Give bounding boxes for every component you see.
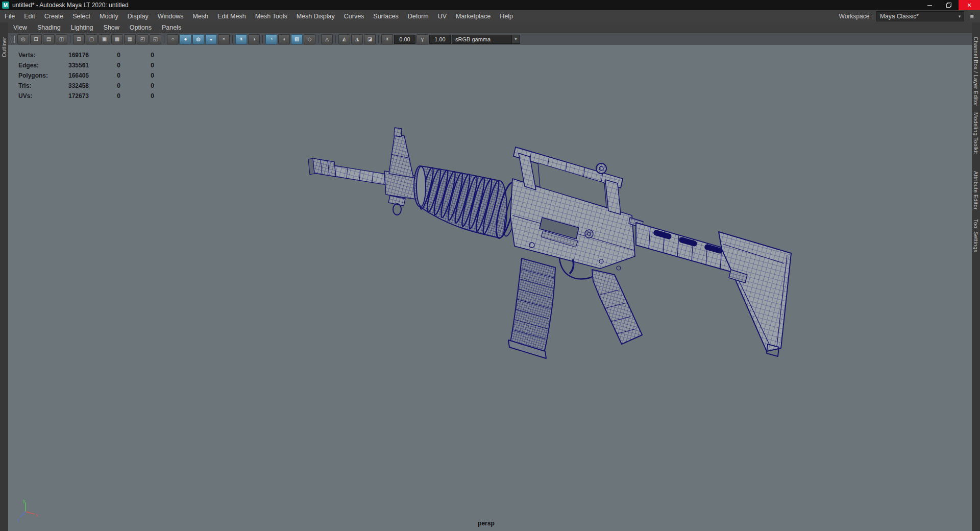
hud-value: 0: [120, 62, 154, 69]
motion-blur-icon[interactable]: ◖: [278, 34, 290, 44]
workspace-area: Workspace : Maya Classic* ▾ ≡: [839, 11, 980, 21]
left-panel-strip: Outliner: [0, 22, 9, 531]
hud-value: 0: [120, 82, 154, 89]
hud-value: 0: [89, 52, 120, 59]
hud-value: 0: [89, 92, 120, 100]
ssao-icon[interactable]: ◔: [265, 34, 277, 44]
rifle-wireframe: [308, 128, 791, 358]
chevron-down-icon: ▾: [511, 35, 520, 43]
menu-item-windows[interactable]: Windows: [153, 10, 188, 22]
menu-item-surfaces[interactable]: Surfaces: [369, 10, 403, 22]
rifle-handguard: [414, 166, 523, 239]
menu-item-uv[interactable]: UV: [433, 10, 451, 22]
toolbar-separator: [318, 35, 318, 43]
menu-item-mesh[interactable]: Mesh: [188, 10, 213, 22]
gamma-icon[interactable]: γ: [416, 34, 428, 44]
all-lights-icon[interactable]: ☀: [235, 34, 247, 44]
grid-icon[interactable]: ⊞: [73, 34, 85, 44]
menu-item-modify[interactable]: Modify: [95, 10, 123, 22]
tab-tool-settings[interactable]: Tool Settings: [973, 219, 979, 252]
exposure-field[interactable]: 0.00: [394, 35, 415, 44]
chevron-down-icon: ▾: [955, 14, 964, 19]
hud-value: 0: [89, 62, 120, 69]
depth-of-field-icon[interactable]: ◇: [304, 34, 315, 44]
menu-item-display[interactable]: Display: [123, 10, 153, 22]
close-button[interactable]: ×: [959, 0, 980, 10]
toolbar-separator: [164, 35, 164, 43]
panel-menu-view[interactable]: View: [8, 24, 32, 31]
use-default-material-icon[interactable]: ◓: [218, 34, 230, 44]
restore-icon: [946, 3, 951, 8]
tab-attribute-editor[interactable]: Attribute Editor: [973, 171, 979, 210]
rifle-magazine: [508, 258, 555, 358]
menu-item-select[interactable]: Select: [68, 10, 95, 22]
hud-label: Edges:: [18, 62, 51, 69]
menu-item-deform[interactable]: Deform: [403, 10, 433, 22]
hud-row: Verts: 169176 0 0: [18, 50, 154, 60]
xray-icon[interactable]: ◭: [338, 34, 350, 44]
field-chart-icon[interactable]: ▦: [124, 34, 136, 44]
panel-menu-options[interactable]: Options: [125, 24, 157, 31]
hud-label: Verts:: [18, 52, 51, 59]
toolbar-separator: [70, 35, 70, 43]
panel-menu-shading[interactable]: Shading: [32, 24, 66, 31]
axis-x-label: x: [36, 513, 38, 518]
panel-menu-panels[interactable]: Panels: [157, 24, 186, 31]
hud-value: 172673: [51, 92, 89, 100]
menu-item-curves[interactable]: Curves: [339, 10, 369, 22]
menu-item-edit[interactable]: Edit: [19, 10, 40, 22]
view-transform-dropdown[interactable]: sRGB gamma ▾: [452, 35, 520, 44]
hud-row: Polygons: 166405 0 0: [18, 70, 154, 81]
hud-value: 0: [89, 82, 120, 89]
tab-outliner[interactable]: Outliner: [1, 37, 7, 57]
isolate-select-icon[interactable]: ◬: [321, 34, 333, 44]
menu-item-file[interactable]: File: [0, 10, 19, 22]
image-plane-icon[interactable]: ◫: [56, 34, 67, 44]
viewport-3d-model[interactable]: [8, 45, 972, 531]
multisample-aa-icon[interactable]: ▧: [291, 34, 303, 44]
menu-item-mesh-display[interactable]: Mesh Display: [292, 10, 339, 22]
menu-item-marketplace[interactable]: Marketplace: [451, 10, 495, 22]
plane-select-icon[interactable]: ◪: [364, 34, 376, 44]
main-menu-bar: File Edit Create Select Modify Display W…: [0, 10, 980, 23]
wireframe-icon[interactable]: ○: [167, 34, 179, 44]
resolution-gate-icon[interactable]: ▣: [99, 34, 110, 44]
gate-mask-icon[interactable]: ▩: [111, 34, 123, 44]
safe-title-icon[interactable]: ◱: [150, 34, 161, 44]
bookmarks-icon[interactable]: ▤: [43, 34, 55, 44]
camera-attributes-icon[interactable]: ⊡: [30, 34, 42, 44]
viewport-panel: View Shading Lighting Show Options Panel…: [8, 22, 972, 531]
toolbar-drag-handle[interactable]: [12, 36, 15, 43]
shadows-icon[interactable]: ◑: [248, 34, 260, 44]
panel-menu-bar: View Shading Lighting Show Options Panel…: [8, 22, 972, 33]
menu-item-mesh-tools[interactable]: Mesh Tools: [251, 10, 292, 22]
textured-icon[interactable]: ◒: [205, 34, 217, 44]
select-camera-icon[interactable]: ◎: [17, 34, 29, 44]
viewport-canvas[interactable]: Verts: 169176 0 0 Edges: 335561 0 0 Poly…: [8, 45, 972, 531]
hud-label: Tris:: [18, 82, 51, 89]
maximize-button[interactable]: [939, 0, 959, 10]
workspace-options-icon[interactable]: ≡: [968, 13, 976, 20]
tab-channel-box-layer-editor[interactable]: Channel Box / Layer Editor: [973, 37, 979, 106]
menu-item-help[interactable]: Help: [495, 10, 518, 22]
hud-value: 0: [120, 52, 154, 59]
workspace-label: Workspace :: [839, 13, 873, 20]
right-panel-strip: Channel Box / Layer Editor Modeling Tool…: [971, 22, 980, 531]
xray-joints-icon[interactable]: ◮: [351, 34, 363, 44]
tab-modeling-toolkit[interactable]: Modeling Toolkit: [973, 112, 979, 154]
menu-item-edit-mesh[interactable]: Edit Mesh: [213, 10, 251, 22]
film-gate-icon[interactable]: ▢: [86, 34, 97, 44]
rifle-front-sight: [384, 128, 419, 215]
safe-action-icon[interactable]: ◰: [137, 34, 149, 44]
hud-value: 166405: [51, 72, 89, 79]
exposure-icon[interactable]: ☀: [381, 34, 393, 44]
panel-menu-show[interactable]: Show: [99, 24, 125, 31]
smooth-shade-icon[interactable]: ●: [180, 34, 191, 44]
wireframe-on-shaded-icon[interactable]: ◍: [192, 34, 204, 44]
gamma-field[interactable]: 1.00: [429, 35, 451, 44]
workspace-dropdown[interactable]: Maya Classic* ▾: [876, 11, 964, 21]
minimize-button[interactable]: [920, 0, 939, 10]
menu-item-create[interactable]: Create: [40, 10, 68, 22]
hud-value: 169176: [51, 52, 89, 59]
panel-menu-lighting[interactable]: Lighting: [66, 24, 99, 31]
